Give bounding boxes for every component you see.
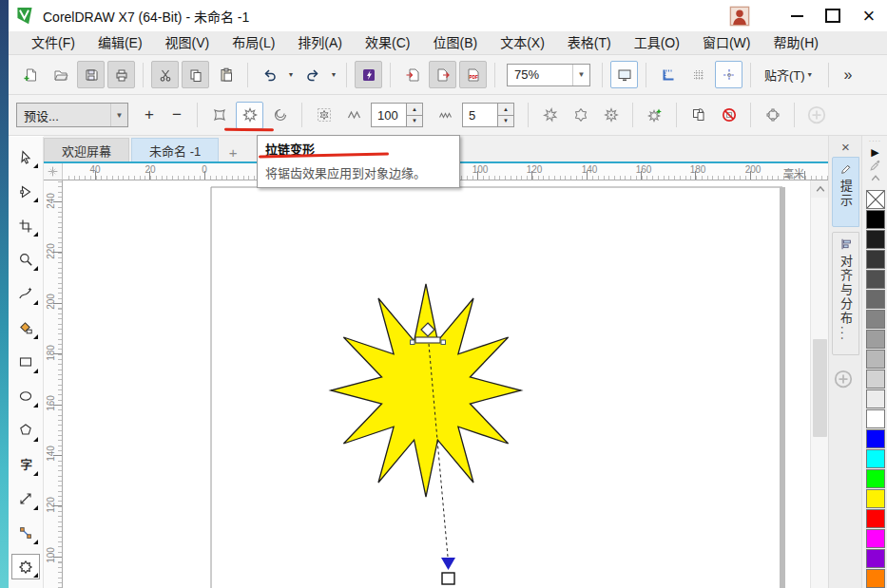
show-guidelines-button[interactable] — [715, 61, 742, 88]
distortion-node-right[interactable] — [441, 340, 446, 345]
add-docker-button[interactable] — [834, 370, 853, 391]
open-button[interactable] — [47, 61, 74, 88]
docker-tab-hints[interactable]: 提示 — [832, 157, 859, 227]
distortion-amplitude-handle[interactable] — [415, 337, 440, 343]
dimension-tool-button[interactable] — [11, 485, 40, 511]
palette-swatch-11[interactable] — [866, 409, 885, 428]
ellipse-tool-button[interactable] — [11, 383, 40, 408]
palette-scroll-up-button[interactable] — [870, 172, 881, 183]
zipper-amplitude-spinner[interactable]: 100▲▼ — [371, 103, 423, 127]
import-button[interactable] — [398, 61, 426, 88]
snap-to-menu-button[interactable]: 贴齐(T)▼ — [759, 63, 820, 87]
star-object[interactable] — [331, 284, 521, 497]
full-screen-preview-button[interactable] — [610, 61, 638, 88]
menu-item-bitmaps[interactable]: 位图(B) — [421, 31, 489, 55]
palette-swatch-none[interactable] — [866, 190, 885, 209]
palette-flyout-arrow-icon[interactable]: ▶ — [871, 146, 878, 159]
pick-tool-button[interactable] — [11, 144, 40, 170]
palette-swatch-5[interactable] — [866, 290, 885, 309]
menu-item-text[interactable]: 文本(X) — [489, 31, 556, 55]
export-button[interactable] — [429, 61, 456, 88]
spin-up-arrow-icon[interactable]: ▲ — [407, 104, 422, 116]
show-grid-button[interactable] — [685, 61, 712, 88]
vertical-ruler[interactable]: 240220200180160140120100 — [44, 180, 63, 588]
show-rulers-button[interactable] — [654, 61, 682, 88]
palette-swatch-19[interactable] — [866, 569, 885, 588]
chevron-down-icon[interactable]: ▼ — [572, 65, 589, 85]
center-of-distortion-button[interactable] — [759, 102, 786, 129]
zipper-distortion-button[interactable] — [236, 102, 263, 129]
shape-tool-button[interactable] — [11, 179, 40, 204]
menu-item-file[interactable]: 文件(F) — [20, 31, 87, 55]
zoom-tool-button[interactable] — [11, 247, 40, 273]
palette-swatch-13[interactable] — [866, 449, 885, 468]
menu-item-layout[interactable]: 布局(L) — [221, 31, 286, 55]
palette-swatch-1[interactable] — [866, 210, 885, 229]
distortion-end-arrow[interactable] — [441, 558, 455, 570]
docker-tab-align-distribute[interactable]: 对齐与分布... — [832, 232, 859, 355]
snap-dropdown-arrow-icon[interactable]: ▼ — [805, 71, 815, 78]
application-launcher-button[interactable] — [355, 61, 382, 88]
palette-swatch-4[interactable] — [866, 270, 885, 289]
freehand-tool-button[interactable] — [11, 281, 40, 307]
document-tab-untitled-1[interactable]: 未命名 -1 — [131, 138, 219, 162]
save-button[interactable] — [77, 61, 105, 88]
spin-up-arrow-icon[interactable]: ▲ — [498, 104, 513, 116]
distortion-node-left[interactable] — [411, 340, 415, 345]
palette-swatch-7[interactable] — [866, 330, 885, 349]
minimize-button[interactable] — [779, 3, 815, 29]
vertical-scrollbar[interactable] — [810, 180, 829, 588]
add-preset-button[interactable]: + — [137, 105, 162, 124]
account-sign-in-icon[interactable] — [729, 5, 750, 28]
crop-tool-button[interactable] — [11, 213, 40, 238]
rectangle-tool-button[interactable] — [11, 350, 40, 375]
ruler-origin-button[interactable] — [44, 163, 63, 180]
polygon-tool-button[interactable] — [11, 417, 40, 443]
menu-item-effects[interactable]: 效果(C) — [354, 31, 421, 55]
new-distortion-button[interactable] — [641, 102, 668, 129]
distortion-end-handle[interactable] — [442, 573, 454, 584]
menu-item-edit[interactable]: 编辑(E) — [87, 31, 154, 55]
zoom-level-combobox[interactable]: 75%▼ — [507, 64, 590, 86]
palette-swatch-9[interactable] — [866, 370, 885, 389]
random-distortion-button[interactable] — [536, 102, 564, 129]
undo-dropdown-arrow-icon[interactable]: ▼ — [286, 71, 296, 78]
redo-dropdown-arrow-icon[interactable]: ▼ — [329, 71, 338, 78]
palette-swatch-12[interactable] — [866, 429, 885, 448]
menu-item-help[interactable]: 帮助(H) — [762, 31, 829, 55]
redo-button[interactable] — [299, 61, 326, 88]
color-eyedropper-button[interactable] — [869, 159, 882, 172]
spin-down-arrow-icon[interactable]: ▼ — [407, 116, 422, 127]
palette-swatch-3[interactable] — [866, 250, 885, 269]
menu-item-tools[interactable]: 工具(O) — [623, 31, 691, 55]
spin-down-arrow-icon[interactable]: ▼ — [498, 116, 513, 127]
quick-customize-button[interactable] — [802, 102, 830, 129]
maximize-button[interactable] — [815, 3, 851, 29]
zipper-frequency-spinner[interactable]: 5▲▼ — [462, 103, 514, 127]
copy-button[interactable] — [182, 61, 209, 88]
palette-swatch-8[interactable] — [866, 350, 885, 369]
palette-swatch-2[interactable] — [866, 230, 885, 249]
twister-distortion-button[interactable] — [266, 102, 294, 129]
close-button[interactable]: × — [851, 3, 887, 29]
document-tab-welcome[interactable]: 欢迎屏幕 — [44, 138, 129, 162]
menu-item-arrange[interactable]: 排列(A) — [286, 31, 354, 55]
centered-distortion-button[interactable] — [310, 102, 337, 129]
palette-swatch-18[interactable] — [866, 549, 885, 568]
palette-swatch-17[interactable] — [866, 529, 885, 548]
palette-grip[interactable]: ···· — [869, 139, 881, 143]
smooth-distortion-button[interactable] — [567, 102, 594, 129]
menu-item-view[interactable]: 视图(V) — [154, 31, 222, 55]
chevron-down-icon[interactable]: ▼ — [110, 104, 127, 126]
remove-preset-button[interactable]: − — [164, 105, 189, 124]
palette-swatch-16[interactable] — [866, 509, 885, 528]
distortion-tool-button[interactable] — [11, 554, 40, 579]
new-document-tab-button[interactable]: + — [221, 142, 245, 162]
new-document-button[interactable] — [16, 61, 44, 88]
clear-distortion-button[interactable] — [715, 102, 742, 129]
toolbar-overflow-button[interactable]: » — [844, 66, 853, 84]
palette-swatch-10[interactable] — [866, 389, 885, 408]
push-pull-distortion-button[interactable] — [205, 102, 233, 129]
print-button[interactable] — [107, 61, 135, 88]
local-distortion-button[interactable] — [597, 102, 625, 129]
